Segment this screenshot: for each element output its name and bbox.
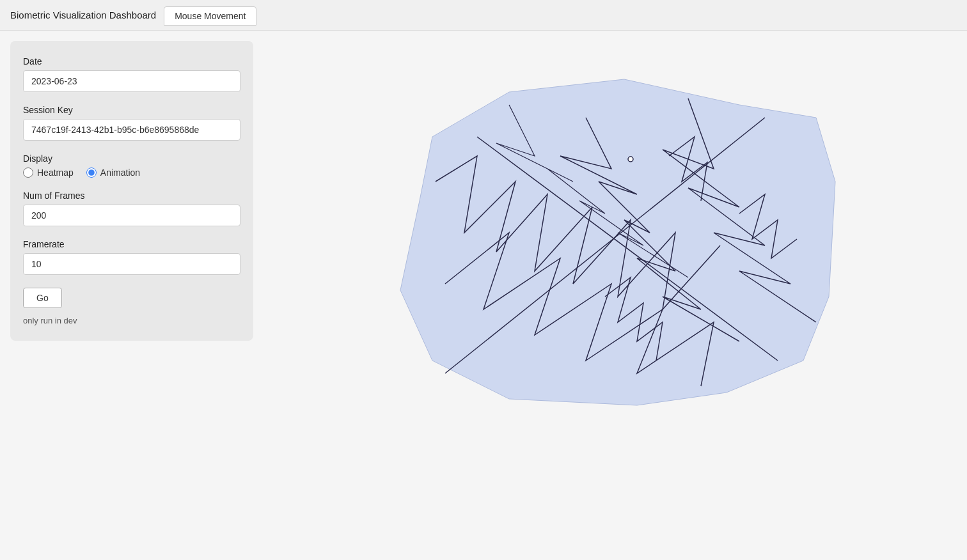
left-panel: Date Session Key Display Heatmap Animati…: [10, 41, 253, 341]
animation-radio-text: Animation: [100, 167, 140, 178]
heatmap-radio[interactable]: [23, 167, 33, 178]
framerate-input[interactable]: [23, 253, 240, 275]
right-panel: [266, 41, 957, 412]
header: Biometric Visualization Dashboard Mouse …: [0, 0, 967, 31]
date-input[interactable]: [23, 70, 240, 92]
display-radio-group: Heatmap Animation: [23, 167, 240, 178]
tab-mouse-movement[interactable]: Mouse Movement: [164, 6, 256, 26]
main-layout: Date Session Key Display Heatmap Animati…: [0, 31, 967, 422]
go-button[interactable]: Go: [23, 288, 62, 308]
date-label: Date: [23, 56, 240, 66]
dev-note: only run in dev: [23, 316, 240, 325]
heatmap-radio-label[interactable]: Heatmap: [23, 167, 74, 178]
heatmap-radio-text: Heatmap: [37, 167, 74, 178]
num-frames-field-group: Num of Frames: [23, 191, 240, 226]
num-frames-input[interactable]: [23, 205, 240, 226]
display-field-group: Display Heatmap Animation: [23, 153, 240, 178]
date-field-group: Date: [23, 56, 240, 92]
session-key-label: Session Key: [23, 105, 240, 115]
session-key-input[interactable]: [23, 119, 240, 141]
mouse-movement-viz: [381, 54, 842, 412]
session-key-field-group: Session Key: [23, 105, 240, 141]
framerate-field-group: Framerate: [23, 239, 240, 275]
animation-radio[interactable]: [86, 167, 97, 178]
framerate-label: Framerate: [23, 239, 240, 249]
animation-radio-label[interactable]: Animation: [86, 167, 140, 178]
cursor-dot: [628, 157, 633, 162]
display-label: Display: [23, 153, 240, 164]
num-frames-label: Num of Frames: [23, 191, 240, 201]
app-title: Biometric Visualization Dashboard: [10, 10, 156, 20]
